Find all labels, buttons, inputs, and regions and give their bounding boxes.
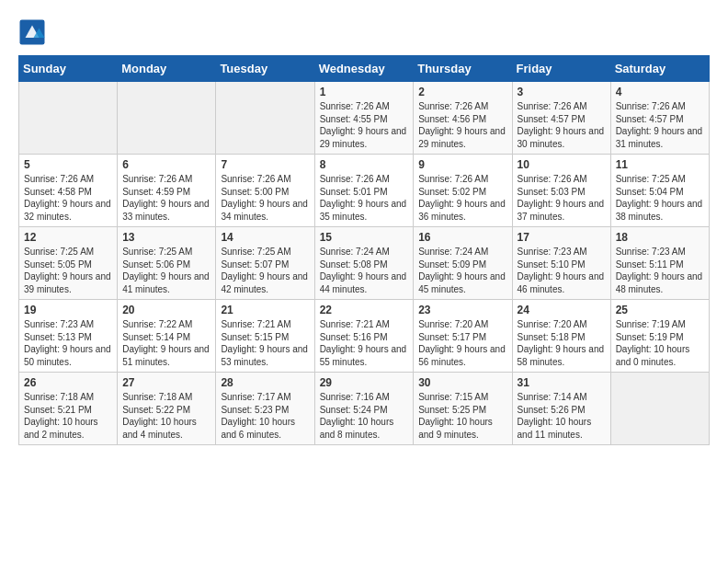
sunset-label: Sunset: 5:23 PM (221, 405, 289, 415)
day-number: 11 (616, 158, 704, 171)
day-header-friday: Friday (512, 56, 610, 82)
day-number: 16 (418, 231, 506, 244)
daylight-label: Daylight: 9 hours and 39 minutes. (24, 271, 111, 294)
cell-content: Sunrise: 7:23 AMSunset: 5:13 PMDaylight:… (24, 318, 112, 368)
sunrise-label: Sunrise: 7:16 AM (320, 392, 390, 402)
sunset-label: Sunset: 5:04 PM (616, 187, 684, 197)
sunset-label: Sunset: 5:02 PM (418, 187, 486, 197)
day-number: 19 (24, 304, 112, 316)
daylight-label: Daylight: 9 hours and 36 minutes. (418, 199, 506, 222)
sunset-label: Sunset: 5:13 PM (24, 332, 92, 342)
day-number: 23 (418, 304, 506, 316)
cell-content: Sunrise: 7:26 AMSunset: 4:55 PMDaylight:… (320, 100, 409, 150)
day-number: 10 (518, 158, 606, 171)
calendar-cell: 23Sunrise: 7:20 AMSunset: 5:17 PMDayligh… (414, 300, 512, 373)
cell-content: Sunrise: 7:26 AMSunset: 5:03 PMDaylight:… (518, 173, 606, 223)
cell-content: Sunrise: 7:26 AMSunset: 4:59 PMDaylight:… (122, 173, 210, 223)
sunset-label: Sunset: 5:17 PM (418, 332, 486, 342)
sunrise-label: Sunrise: 7:20 AM (418, 319, 488, 329)
sunrise-label: Sunrise: 7:26 AM (518, 101, 587, 111)
day-number: 27 (122, 376, 210, 389)
day-header-wednesday: Wednesday (314, 56, 414, 82)
sunrise-label: Sunrise: 7:26 AM (320, 101, 390, 111)
calendar-cell: 5Sunrise: 7:26 AMSunset: 4:58 PMDaylight… (19, 155, 118, 227)
calendar-cell: 1Sunrise: 7:26 AMSunset: 4:55 PMDaylight… (314, 82, 414, 155)
daylight-label: Daylight: 10 hours and 0 minutes. (616, 344, 690, 367)
calendar-cell: 20Sunrise: 7:22 AMSunset: 5:14 PMDayligh… (118, 300, 216, 373)
sunset-label: Sunset: 5:21 PM (24, 405, 92, 415)
sunset-label: Sunset: 5:25 PM (418, 405, 486, 415)
page-header (18, 18, 710, 46)
daylight-label: Daylight: 9 hours and 41 minutes. (122, 271, 210, 294)
sunset-label: Sunset: 5:06 PM (122, 259, 190, 270)
daylight-label: Daylight: 9 hours and 58 minutes. (518, 344, 605, 367)
calendar-cell: 9Sunrise: 7:26 AMSunset: 5:02 PMDaylight… (414, 155, 512, 227)
calendar-cell (19, 82, 118, 155)
daylight-label: Daylight: 9 hours and 45 minutes. (418, 271, 506, 294)
day-number: 3 (518, 86, 606, 98)
sunset-label: Sunset: 5:16 PM (320, 332, 388, 342)
calendar: SundayMondayTuesdayWednesdayThursdayFrid… (18, 55, 710, 445)
day-number: 26 (24, 376, 112, 389)
sunset-label: Sunset: 5:26 PM (518, 405, 586, 415)
day-number: 18 (616, 231, 704, 244)
sunset-label: Sunset: 5:22 PM (122, 405, 190, 415)
calendar-cell: 29Sunrise: 7:16 AMSunset: 5:24 PMDayligh… (314, 373, 414, 445)
calendar-cell: 3Sunrise: 7:26 AMSunset: 4:57 PMDaylight… (512, 82, 610, 155)
calendar-cell: 22Sunrise: 7:21 AMSunset: 5:16 PMDayligh… (314, 300, 414, 373)
week-row-1: 1Sunrise: 7:26 AMSunset: 4:55 PMDaylight… (19, 82, 710, 155)
day-number: 13 (122, 231, 210, 244)
sunrise-label: Sunrise: 7:26 AM (418, 174, 488, 184)
calendar-body: 1Sunrise: 7:26 AMSunset: 4:55 PMDaylight… (19, 82, 710, 445)
cell-content: Sunrise: 7:23 AMSunset: 5:11 PMDaylight:… (616, 246, 704, 295)
sunset-label: Sunset: 4:58 PM (24, 187, 92, 197)
sunrise-label: Sunrise: 7:20 AM (518, 319, 587, 329)
cell-content: Sunrise: 7:14 AMSunset: 5:26 PMDaylight:… (518, 391, 606, 441)
cell-content: Sunrise: 7:21 AMSunset: 5:15 PMDaylight:… (221, 318, 309, 368)
cell-content: Sunrise: 7:16 AMSunset: 5:24 PMDaylight:… (320, 391, 409, 441)
calendar-cell: 11Sunrise: 7:25 AMSunset: 5:04 PMDayligh… (610, 155, 709, 227)
calendar-cell: 31Sunrise: 7:14 AMSunset: 5:26 PMDayligh… (512, 373, 610, 445)
sunrise-label: Sunrise: 7:23 AM (24, 319, 94, 329)
sunset-label: Sunset: 4:56 PM (418, 114, 486, 124)
sunrise-label: Sunrise: 7:25 AM (616, 174, 686, 184)
daylight-label: Daylight: 9 hours and 38 minutes. (616, 199, 703, 222)
sunset-label: Sunset: 5:07 PM (221, 259, 289, 270)
calendar-cell: 25Sunrise: 7:19 AMSunset: 5:19 PMDayligh… (610, 300, 709, 373)
daylight-label: Daylight: 9 hours and 29 minutes. (418, 126, 506, 149)
cell-content: Sunrise: 7:17 AMSunset: 5:23 PMDaylight:… (221, 391, 309, 441)
daylight-label: Daylight: 9 hours and 35 minutes. (320, 199, 407, 222)
sunset-label: Sunset: 5:01 PM (320, 187, 388, 197)
week-row-4: 19Sunrise: 7:23 AMSunset: 5:13 PMDayligh… (19, 300, 710, 373)
sunset-label: Sunset: 5:00 PM (221, 187, 289, 197)
daylight-label: Daylight: 9 hours and 53 minutes. (221, 344, 308, 367)
sunset-label: Sunset: 5:10 PM (518, 259, 586, 270)
day-header-monday: Monday (118, 56, 216, 82)
sunrise-label: Sunrise: 7:26 AM (221, 174, 290, 184)
day-number: 12 (24, 231, 112, 244)
sunrise-label: Sunrise: 7:19 AM (616, 319, 686, 329)
day-header-saturday: Saturday (610, 56, 709, 82)
calendar-cell: 6Sunrise: 7:26 AMSunset: 4:59 PMDaylight… (118, 155, 216, 227)
calendar-cell: 27Sunrise: 7:18 AMSunset: 5:22 PMDayligh… (118, 373, 216, 445)
daylight-label: Daylight: 9 hours and 32 minutes. (24, 199, 111, 222)
sunrise-label: Sunrise: 7:24 AM (320, 247, 390, 257)
daylight-label: Daylight: 9 hours and 56 minutes. (418, 344, 506, 367)
calendar-cell (118, 82, 216, 155)
daylight-label: Daylight: 9 hours and 50 minutes. (24, 344, 111, 367)
cell-content: Sunrise: 7:25 AMSunset: 5:05 PMDaylight:… (24, 246, 112, 295)
sunset-label: Sunset: 5:08 PM (320, 259, 388, 270)
cell-content: Sunrise: 7:25 AMSunset: 5:04 PMDaylight:… (616, 173, 704, 223)
day-header-thursday: Thursday (414, 56, 512, 82)
cell-content: Sunrise: 7:21 AMSunset: 5:16 PMDaylight:… (320, 318, 409, 368)
calendar-cell: 24Sunrise: 7:20 AMSunset: 5:18 PMDayligh… (512, 300, 610, 373)
sunrise-label: Sunrise: 7:14 AM (518, 392, 587, 402)
sunset-label: Sunset: 4:55 PM (320, 114, 388, 124)
calendar-cell: 19Sunrise: 7:23 AMSunset: 5:13 PMDayligh… (19, 300, 118, 373)
logo-icon (18, 18, 46, 46)
day-number: 9 (418, 158, 506, 171)
calendar-cell: 26Sunrise: 7:18 AMSunset: 5:21 PMDayligh… (19, 373, 118, 445)
daylight-label: Daylight: 9 hours and 46 minutes. (518, 271, 605, 294)
day-number: 28 (221, 376, 309, 389)
day-number: 2 (418, 86, 506, 98)
